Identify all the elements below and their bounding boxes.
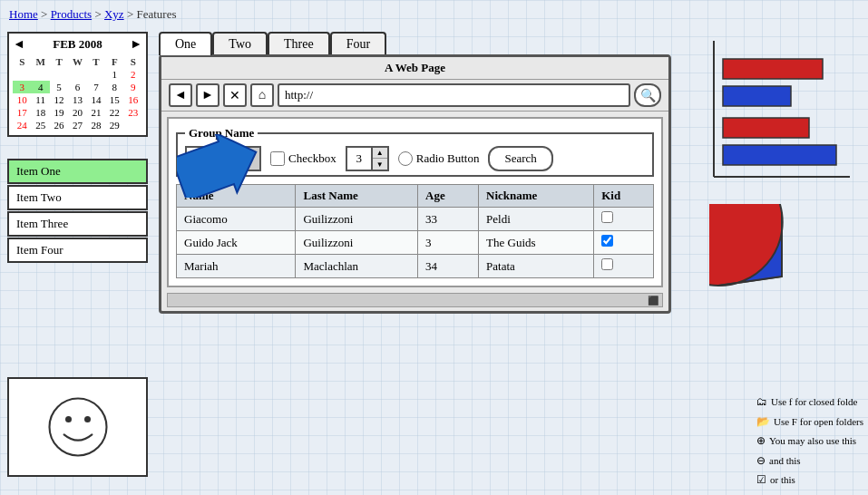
cal-day[interactable]: 28: [87, 119, 105, 131]
cal-day[interactable]: 29: [105, 119, 123, 131]
breadcrumb-products[interactable]: Products: [51, 7, 93, 21]
legend-item: 🗂 Use f for closed folde: [756, 393, 863, 412]
cell-nickname: Peldi: [479, 208, 594, 231]
svg-point-1: [65, 416, 72, 422]
tab-four[interactable]: Four: [330, 32, 386, 55]
list-item[interactable]: Item Two: [7, 185, 148, 210]
spinner-buttons: ▲ ▼: [373, 146, 389, 171]
tab-two[interactable]: Two: [212, 32, 268, 55]
radio-label: Radio Button: [398, 151, 480, 166]
cal-prev-button[interactable]: ◄: [13, 37, 25, 52]
cal-day[interactable]: 1: [105, 68, 123, 81]
cal-day[interactable]: 23: [124, 106, 142, 119]
kid-checkbox[interactable]: [601, 235, 613, 247]
svg-rect-9: [723, 145, 836, 165]
legend-text: You may also use this: [769, 432, 856, 451]
number-spinner: 3 ▲ ▼: [346, 146, 389, 171]
cal-day[interactable]: 9: [124, 81, 142, 93]
cal-day[interactable]: 4: [31, 81, 49, 93]
cal-day[interactable]: 20: [68, 106, 86, 119]
cal-day[interactable]: 25: [31, 119, 49, 131]
cal-day[interactable]: 13: [68, 93, 86, 106]
cal-day[interactable]: 18: [31, 106, 49, 119]
cal-day[interactable]: 10: [13, 93, 31, 106]
list-item[interactable]: Item One: [7, 159, 148, 184]
cal-day[interactable]: [13, 68, 31, 81]
cal-next-button[interactable]: ►: [130, 37, 142, 52]
plus-icon: ⊕: [756, 432, 766, 451]
cal-day[interactable]: 11: [31, 93, 49, 106]
breadcrumb-xyz[interactable]: Xyz: [104, 7, 124, 21]
cal-day[interactable]: 2: [124, 68, 142, 81]
cell-age: 3: [418, 231, 479, 255]
cal-day[interactable]: 6: [68, 81, 86, 93]
list-item[interactable]: Item Four: [7, 238, 148, 263]
browser-search-button[interactable]: 🔍: [634, 83, 661, 107]
cell-lastname: Guilizzoni: [296, 231, 418, 255]
smiley-face: [46, 395, 110, 459]
table-row: Guido Jack Guilizzoni 3 The Guids: [177, 231, 654, 255]
legend-item: ⊕ You may also use this: [756, 432, 863, 451]
forward-button[interactable]: ►: [196, 83, 219, 107]
tab-three[interactable]: Three: [268, 32, 330, 55]
legend-text: or this: [770, 471, 795, 490]
legend-item: 📂 Use F for open folders: [756, 412, 863, 432]
pie-chart: [709, 204, 854, 349]
checkbox-input[interactable]: [270, 151, 285, 166]
legend-item: ⊖ and this: [756, 451, 863, 471]
calendar-header: ◄ FEB 2008 ►: [13, 37, 142, 52]
cal-day[interactable]: 21: [87, 106, 105, 119]
calendar: ◄ FEB 2008 ► S M T W T F S 1 2: [7, 32, 148, 137]
cal-day[interactable]: 8: [105, 81, 123, 93]
cal-day[interactable]: [50, 68, 68, 81]
radio-input[interactable]: [398, 151, 413, 166]
cal-day[interactable]: 24: [13, 119, 31, 131]
scrollbar[interactable]: ⬛: [167, 293, 663, 307]
cal-day[interactable]: 19: [50, 106, 68, 119]
search-button[interactable]: Search: [488, 146, 552, 171]
folder-open-icon: 📂: [756, 412, 770, 432]
kid-checkbox[interactable]: [601, 258, 613, 270]
cal-day[interactable]: 3: [13, 81, 31, 93]
cal-day[interactable]: 15: [105, 93, 123, 106]
cal-day-header: F: [105, 55, 123, 68]
back-button[interactable]: ◄: [169, 83, 192, 107]
cal-day[interactable]: 26: [50, 119, 68, 131]
svg-marker-3: [177, 134, 258, 198]
cal-day[interactable]: [31, 68, 49, 81]
cell-kid: [594, 208, 654, 231]
cal-day[interactable]: 5: [50, 81, 68, 93]
tab-one[interactable]: One: [159, 32, 212, 55]
home-button[interactable]: ⌂: [250, 83, 274, 107]
cell-lastname: Maclachlan: [296, 255, 418, 278]
close-button[interactable]: ✕: [223, 83, 247, 107]
cal-day-header: S: [124, 55, 142, 68]
cal-day[interactable]: [87, 68, 105, 81]
cal-day[interactable]: 14: [87, 93, 105, 106]
cal-day[interactable]: [124, 119, 142, 131]
url-bar[interactable]: [278, 83, 630, 107]
list-item[interactable]: Item Three: [7, 211, 148, 237]
cal-day-header: T: [50, 55, 68, 68]
legend-item: ☑ or this: [756, 471, 863, 490]
cal-day[interactable]: 27: [68, 119, 86, 131]
cal-day[interactable]: 16: [124, 93, 142, 106]
spinner-down-button[interactable]: ▼: [373, 159, 387, 170]
cal-day[interactable]: [68, 68, 86, 81]
legend-text: Use f for closed folde: [771, 393, 857, 412]
breadcrumb-home[interactable]: Home: [9, 7, 38, 21]
kid-checkbox[interactable]: [601, 211, 613, 223]
cal-day[interactable]: 12: [50, 93, 68, 106]
spinner-up-button[interactable]: ▲: [373, 148, 387, 159]
cell-nickname: Patata: [479, 255, 594, 278]
calendar-grid: S M T W T F S 1 2 3 4 5: [13, 55, 142, 131]
chart-legend: 🗂 Use f for closed folde 📂 Use F for ope…: [756, 393, 863, 490]
cal-day[interactable]: 22: [105, 106, 123, 119]
left-list: Item One Item Two Item Three Item Four: [7, 159, 148, 264]
tabs-container: One Two Three Four: [159, 32, 386, 55]
cell-name: Mariah: [177, 255, 296, 278]
cal-day[interactable]: 7: [87, 81, 105, 93]
cal-day[interactable]: 17: [13, 106, 31, 119]
browser-toolbar: ◄ ► ✕ ⌂ 🔍: [161, 79, 668, 112]
svg-point-2: [84, 416, 91, 422]
